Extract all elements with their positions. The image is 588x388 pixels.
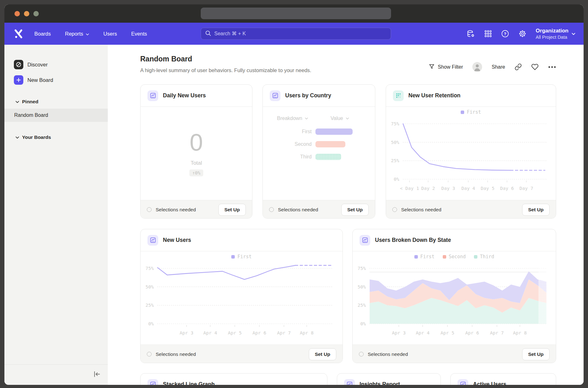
sidebar-divider bbox=[4, 364, 108, 365]
metric-delta-badge: ↑0% bbox=[189, 169, 203, 176]
svg-text:Day 5: Day 5 bbox=[481, 186, 495, 191]
svg-text:0%: 0% bbox=[148, 321, 154, 326]
apps-grid-icon[interactable] bbox=[484, 30, 492, 37]
legend-swatch bbox=[474, 255, 477, 259]
legend-item[interactable]: Second bbox=[443, 254, 466, 260]
set-up-button[interactable]: Set Up bbox=[309, 348, 336, 360]
avatar[interactable] bbox=[472, 62, 482, 72]
status-text: Selections needed bbox=[147, 207, 196, 213]
section-label: Pinned bbox=[22, 99, 38, 105]
card-users-by-state: Users Broken Down By State FirstSecondTh… bbox=[352, 229, 556, 363]
set-up-button[interactable]: Set Up bbox=[522, 348, 550, 360]
board-actions: Show Filter Share bbox=[429, 62, 556, 72]
sidebar-item-label: New Board bbox=[27, 77, 53, 83]
breakdown-label: Third bbox=[263, 154, 315, 160]
legend-swatch bbox=[461, 111, 464, 114]
line-chart-icon bbox=[147, 379, 158, 385]
global-search[interactable] bbox=[201, 28, 391, 40]
card-title: Users Broken Down By State bbox=[375, 237, 451, 243]
show-filter-button[interactable]: Show Filter bbox=[429, 63, 463, 71]
legend-item[interactable]: Third bbox=[474, 254, 494, 260]
sidebar-collapse-icon[interactable] bbox=[93, 370, 101, 378]
breakdown-column-header[interactable]: Breakdown bbox=[277, 116, 308, 121]
retention-grid-icon bbox=[393, 90, 404, 101]
legend-swatch bbox=[414, 255, 418, 259]
line-chart-icon bbox=[458, 379, 468, 385]
card-body: Breakdown Value FirstSecondThird bbox=[263, 107, 375, 200]
sidebar-item-discover[interactable]: Discover bbox=[14, 59, 108, 70]
section-label: Your Boards bbox=[22, 134, 51, 140]
nav-item-reports[interactable]: Reports bbox=[65, 31, 89, 37]
zoom-button[interactable] bbox=[33, 11, 39, 16]
chevron-down-icon bbox=[86, 31, 89, 37]
card-header: Daily New Users bbox=[141, 85, 252, 107]
discover-compass-icon bbox=[14, 60, 23, 69]
status-circle-icon bbox=[392, 207, 397, 212]
sidebar-board-random-board[interactable]: Random Board bbox=[4, 109, 108, 122]
chart-legend: FirstSecondThird bbox=[353, 251, 556, 262]
sidebar-section-your-boards[interactable]: Your Boards bbox=[15, 134, 108, 140]
share-button[interactable]: Share bbox=[492, 64, 505, 70]
breakdown-row: Second bbox=[263, 141, 375, 147]
copy-link-icon[interactable] bbox=[515, 63, 522, 71]
legend-item[interactable]: First bbox=[414, 254, 435, 260]
chart-svg: 75%50%25%0%Apr 3Apr 4Apr 5Apr 6Apr 7Apr … bbox=[141, 262, 343, 345]
card-insights-report: Insights Report bbox=[337, 373, 441, 385]
svg-text:< Day 1: < Day 1 bbox=[400, 186, 419, 191]
svg-text:75%: 75% bbox=[358, 266, 366, 271]
set-up-button[interactable]: Set Up bbox=[341, 204, 369, 216]
chart-svg: 75%50%25%0%< Day 1Day 2Day 3Day 4Day 5Da… bbox=[386, 117, 556, 200]
traffic-lights bbox=[14, 11, 39, 16]
svg-text:25%: 25% bbox=[358, 303, 366, 308]
data-management-icon[interactable] bbox=[467, 30, 475, 38]
card-title: Daily New Users bbox=[163, 92, 206, 99]
line-chart-icon bbox=[147, 235, 158, 246]
org-switcher[interactable]: Organization All Project Data bbox=[536, 27, 575, 40]
card-header: New Users bbox=[141, 229, 343, 251]
sidebar-section-pinned[interactable]: Pinned bbox=[15, 99, 108, 105]
legend-swatch bbox=[231, 255, 235, 259]
legend-item[interactable]: First bbox=[461, 109, 481, 115]
svg-text:50%: 50% bbox=[146, 284, 154, 289]
page-title: Random Board bbox=[140, 55, 192, 63]
page-description: A high-level summary of user behaviors. … bbox=[140, 67, 311, 73]
svg-text:Apr 7: Apr 7 bbox=[277, 330, 291, 335]
url-bar[interactable] bbox=[201, 8, 391, 19]
nav-item-users[interactable]: Users bbox=[103, 31, 117, 37]
chevron-down-icon bbox=[15, 134, 19, 140]
nav-right: ? Organization All Project Data bbox=[467, 27, 577, 40]
nav-item-events[interactable]: Events bbox=[131, 31, 147, 37]
set-up-button[interactable]: Set Up bbox=[218, 204, 246, 216]
set-up-button[interactable]: Set Up bbox=[522, 204, 550, 216]
card-header: Stacked Line Graph bbox=[141, 374, 327, 385]
breakdown-label: Second bbox=[263, 141, 315, 147]
settings-gear-icon[interactable] bbox=[518, 30, 527, 38]
close-button[interactable] bbox=[14, 11, 20, 16]
minimize-button[interactable] bbox=[24, 11, 29, 16]
card-footer: Selections needed Set Up bbox=[386, 200, 556, 219]
svg-text:Day 2: Day 2 bbox=[421, 186, 435, 191]
card-footer: Selections needed Set Up bbox=[263, 200, 375, 219]
share-label: Share bbox=[492, 64, 505, 70]
nav-item-boards[interactable]: Boards bbox=[34, 31, 51, 37]
favorite-heart-icon[interactable] bbox=[531, 63, 539, 71]
mixpanel-logo-icon[interactable] bbox=[13, 29, 24, 39]
more-options-icon[interactable] bbox=[548, 66, 556, 68]
help-icon[interactable]: ? bbox=[501, 30, 509, 38]
value-column-header[interactable]: Value bbox=[331, 116, 349, 121]
org-name: Organization bbox=[536, 27, 568, 34]
app-window: BoardsReportsUsersEvents bbox=[4, 4, 584, 385]
status-text: Selections needed bbox=[359, 351, 408, 357]
search-input[interactable] bbox=[214, 31, 387, 37]
sidebar-item-new-board[interactable]: New Board bbox=[14, 75, 108, 85]
svg-text:Apr 8: Apr 8 bbox=[300, 330, 314, 335]
svg-text:75%: 75% bbox=[391, 121, 399, 126]
status-circle-icon bbox=[359, 352, 364, 357]
chart-legend: First bbox=[141, 251, 343, 262]
svg-text:?: ? bbox=[504, 31, 506, 36]
svg-text:Day 6: Day 6 bbox=[500, 186, 514, 191]
legend-item[interactable]: First bbox=[231, 254, 251, 260]
legend-swatch bbox=[443, 255, 446, 259]
svg-text:Apr 8: Apr 8 bbox=[513, 330, 527, 335]
card-title: New User Retention bbox=[408, 92, 460, 99]
